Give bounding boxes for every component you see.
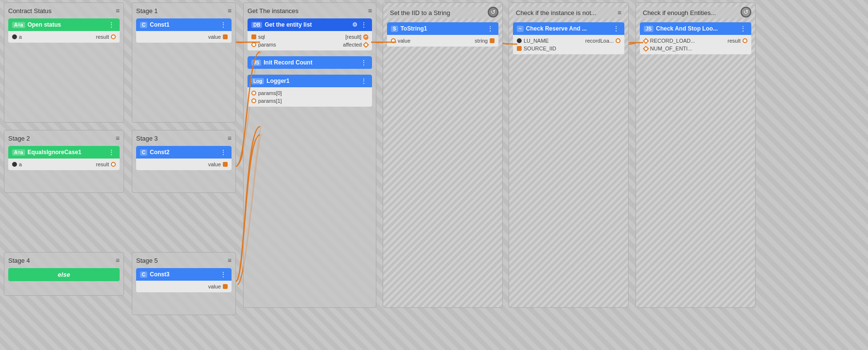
open-status-label-a: a — [19, 34, 22, 40]
stage1-title-row: Stage 1 ≡ — [136, 7, 232, 15]
stage5-panel: Stage 5 ≡ C Const3 ⋮ value — [132, 252, 236, 315]
open-status-dots-btn[interactable]: ⋮ — [107, 21, 116, 29]
get-entity-label-params: params — [258, 42, 276, 48]
get-entity-list-dots-btn[interactable]: ⋮ — [359, 21, 368, 29]
stage2-menu-icon[interactable]: ≡ — [116, 134, 120, 142]
equals-body: a result — [8, 159, 120, 170]
stage4-menu-icon[interactable]: ≡ — [116, 256, 120, 264]
check-stop-label-result: result — [728, 38, 741, 44]
check-reserve-label-luname: LU_NAME — [524, 38, 549, 44]
contract-status-menu-icon[interactable]: ≡ — [116, 7, 120, 15]
set-iid-refresh-icon[interactable]: ↺ — [488, 7, 498, 17]
open-status-node: A=a Open status ⋮ a result — [8, 18, 120, 43]
flow-canvas: Contract Status ≡ A=a Open status ⋮ a — [0, 0, 868, 350]
check-reserve-title: Check if the instance is not... — [516, 9, 596, 16]
get-entity-port-params-left — [251, 42, 256, 47]
check-stop-label-recordload: RECORD_LOAD... — [650, 38, 695, 44]
logger1-port-params1 — [251, 98, 256, 103]
check-stop-loop-dots-btn[interactable]: ⋮ — [739, 25, 747, 32]
stage3-panel: Stage 3 ≡ C Const2 ⋮ value — [132, 130, 236, 193]
const1-header: C Const1 ⋮ — [136, 18, 232, 31]
tostring1-badge: S — [391, 26, 398, 32]
const3-label-value: value — [208, 284, 221, 289]
get-entity-label-affected: affected — [343, 42, 362, 48]
check-reserve-node: ~ Check Reserve And ... ⋮ LU_NAME record… — [513, 22, 624, 54]
const1-node: C Const1 ⋮ value — [136, 18, 232, 43]
get-instances-panel: Get The instances ≡ DB Get the entity li… — [243, 2, 376, 308]
get-entity-port-result-right: ⊕ — [363, 34, 368, 39]
get-instances-menu-icon[interactable]: ≡ — [368, 7, 372, 15]
open-status-port-a-left — [12, 34, 17, 39]
stage4-title: Stage 4 — [8, 257, 30, 264]
check-stop-port-result-right — [743, 38, 747, 43]
check-reserve-port-sourceiid — [517, 46, 522, 51]
stage4-title-row: Stage 4 ≡ — [8, 256, 120, 264]
equals-badge: A=a — [12, 149, 25, 156]
const3-badge: C — [140, 271, 147, 278]
stage2-panel: Stage 2 ≡ A=a EqualsIgnoreCase1 ⋮ a re — [4, 130, 124, 193]
logger1-header: Log Logger1 ⋮ — [248, 75, 372, 87]
get-entity-port-sql-left — [251, 34, 256, 39]
get-entity-list-badge: DB — [251, 22, 262, 28]
check-stop-loop-label: Check And Stop Loo... — [656, 25, 718, 32]
get-entity-list-node: DB Get the entity list ⚙ ⋮ sql [result] — [248, 18, 372, 50]
stage1-menu-icon[interactable]: ≡ — [228, 7, 232, 15]
init-record-count-node: JS Init Record Count ⋮ — [248, 56, 372, 69]
open-status-badge: A=a — [12, 22, 25, 28]
set-iid-title-row: Set the IID to a String ≡ — [387, 7, 498, 18]
stage5-menu-icon[interactable]: ≡ — [228, 256, 232, 264]
logger1-label: Logger1 — [266, 78, 289, 84]
check-reserve-header: ~ Check Reserve And ... ⋮ — [513, 22, 624, 35]
const3-port-value — [223, 284, 228, 289]
const3-node: C Const3 ⋮ value — [136, 268, 232, 292]
check-reserve-label-recordload: recordLoa... — [585, 38, 614, 44]
const2-node: C Const2 ⋮ value — [136, 146, 232, 170]
const1-body: value — [136, 31, 232, 43]
const2-port-value — [223, 162, 228, 167]
const2-dots-btn[interactable]: ⋮ — [219, 148, 228, 156]
tostring1-port-string-right — [490, 38, 495, 43]
const2-label-value: value — [208, 161, 221, 167]
equals-label-a: a — [19, 161, 22, 167]
check-stop-loop-header: JS Check And Stop Loo... ⋮ — [640, 22, 751, 35]
check-stop-loop-node: JS Check And Stop Loo... ⋮ RECORD_LOAD..… — [640, 22, 751, 54]
stage3-menu-icon[interactable]: ≡ — [228, 134, 232, 142]
check-enough-title: Check if enough Entities... — [643, 9, 716, 16]
init-record-count-dots-btn[interactable]: ⋮ — [359, 59, 368, 66]
check-stop-port-numentities — [643, 46, 649, 52]
check-reserve-menu-icon[interactable]: ≡ — [618, 9, 621, 16]
logger1-badge: Log — [251, 78, 264, 84]
logger1-dots-btn[interactable]: ⋮ — [359, 77, 368, 85]
get-entity-list-body: sql [result] ⊕ params affec — [248, 31, 372, 50]
get-entity-port-affected — [363, 42, 369, 48]
check-reserve-port-luname — [517, 38, 522, 43]
check-reserve-label-sourceiid: SOURCE_IID — [524, 46, 556, 51]
stage4-panel: Stage 4 ≡ else — [4, 252, 124, 296]
else-node: else — [8, 268, 120, 281]
tostring1-dots-btn[interactable]: ⋮ — [486, 25, 495, 32]
tostring1-label-string: string — [475, 38, 488, 44]
open-status-label: Open status — [28, 21, 61, 28]
get-entity-list-header: DB Get the entity list ⚙ ⋮ — [248, 18, 372, 31]
check-reserve-dots-btn[interactable]: ⋮ — [612, 25, 620, 32]
tostring1-label-value: value — [398, 38, 410, 44]
check-reserve-title-row: Check if the instance is not... ≡ — [513, 7, 624, 18]
const2-body: value — [136, 159, 232, 170]
logger1-body: params[0] params[1] — [248, 87, 372, 107]
contract-status-panel: Contract Status ≡ A=a Open status ⋮ a — [4, 2, 124, 123]
init-record-count-label: Init Record Count — [264, 59, 312, 66]
const1-badge: C — [140, 22, 147, 28]
tostring1-body: value string — [387, 35, 498, 47]
const2-badge: C — [140, 149, 147, 156]
check-reserve-port-recordload-right — [616, 38, 620, 43]
tostring1-header: S ToString1 ⋮ — [387, 22, 498, 35]
set-iid-title: Set the IID to a String — [390, 9, 450, 16]
check-stop-port-recordload — [643, 38, 649, 44]
stage5-title-row: Stage 5 ≡ — [136, 256, 232, 264]
const3-dots-btn[interactable]: ⋮ — [219, 270, 228, 278]
const1-dots-btn[interactable]: ⋮ — [219, 21, 228, 29]
check-stop-loop-body: RECORD_LOAD... result NUM_OF_ENTI... — [640, 35, 751, 54]
equals-dots-btn[interactable]: ⋮ — [107, 148, 116, 156]
stage2-title: Stage 2 — [8, 135, 30, 142]
check-enough-refresh-icon[interactable]: ↺ — [741, 7, 751, 17]
